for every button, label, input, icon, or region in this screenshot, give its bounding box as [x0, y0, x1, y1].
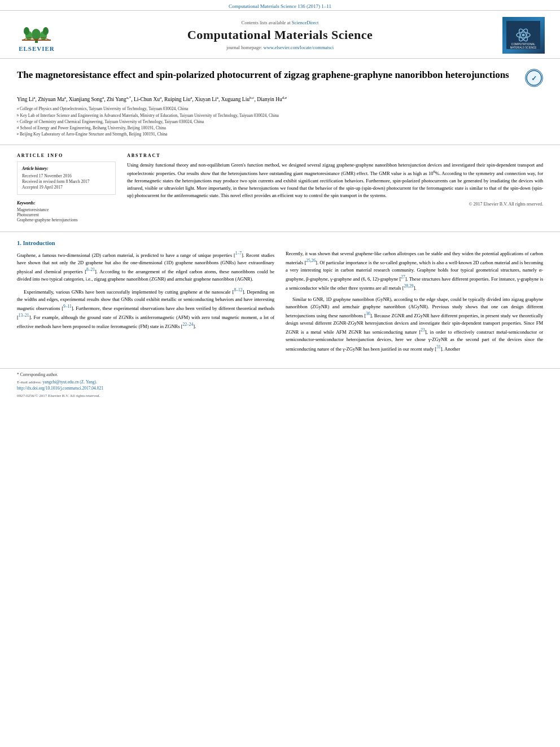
sciencedirect-anchor[interactable]: ScienceDirect [292, 20, 319, 25]
intro-col-2: Recently, it was shown that several grap… [286, 250, 543, 357]
abstract-column: ABSTRACT Using density functional theory… [127, 153, 543, 222]
ref-28-29[interactable]: 28,29 [404, 283, 414, 289]
accepted-date: Accepted 19 April 2017 [22, 185, 111, 190]
article-history-title: Article history: [22, 166, 111, 171]
page-wrapper: Computational Materials Science 136 (201… [0, 0, 560, 747]
ref-8-21[interactable]: 8–21 [86, 267, 95, 272]
affil-b: b Key Lab of Interface Science and Engin… [17, 112, 543, 119]
article-title: The magnetoresistance effect and spin-po… [17, 69, 519, 81]
svg-text:MATERIALS SCIENCE: MATERIALS SCIENCE [510, 46, 536, 49]
header-section: ELSEVIER Contents lists available at Sci… [0, 10, 560, 59]
intro-para-2: Experimentally, various GNRs have been s… [17, 287, 274, 330]
journal-title: Computational Materials Science [68, 28, 492, 42]
ref-30[interactable]: 30 [366, 311, 370, 316]
article-info-header: ARTICLE INFO [17, 153, 116, 158]
keyword-3: Graphene-graphyne heterojunctions [17, 217, 116, 222]
keyword-1: Magnetoresistance [17, 207, 116, 212]
svg-text:COMPUTATIONAL: COMPUTATIONAL [511, 42, 536, 46]
ref-8-12[interactable]: 8–12 [234, 287, 242, 292]
main-content: 1. Introduction Graphene, a famous two-d… [0, 235, 560, 368]
author-email[interactable]: yangzhi@tyut.edu.cn (Z. Yang). [43, 379, 97, 385]
keyword-2: Photocurrent [17, 212, 116, 217]
svg-rect-6 [22, 40, 51, 41]
intro-col-1: Graphene, a famous two-dimensional (2D) … [17, 250, 274, 357]
intro-para-4: Similar to GNR, 1D graphyne nanoribbon (… [286, 296, 543, 353]
introduction-columns: Graphene, a famous two-dimensional (2D) … [17, 250, 543, 357]
ref-22-24[interactable]: 22–24 [182, 322, 193, 327]
authors-section: Ying Lia, Zhiyuan Maa, Xianjiang Songa, … [0, 93, 560, 141]
abstract-text: Using density functional theory and non-… [127, 161, 543, 200]
affil-d: d School of Energy and Power Engineering… [17, 125, 543, 131]
intro-para-1: Graphene, a famous two-dimensional (2D) … [17, 250, 274, 283]
abstract-copyright: © 2017 Elsevier B.V. All rights reserved… [127, 202, 543, 207]
affiliations: a College of Physics and Optoelectronics… [17, 106, 543, 137]
article-history-box: Article history: Received 17 November 20… [17, 161, 116, 195]
journal-reference: Computational Materials Science 136 (201… [229, 3, 331, 9]
author-names: Ying Lia, Zhiyuan Maa, Xianjiang Songa, … [17, 95, 543, 104]
article-columns: ARTICLE INFO Article history: Received 1… [0, 148, 560, 228]
svg-point-1 [32, 29, 41, 40]
affil-e: e Beijing Key Laboratory of Aero-Engine … [17, 131, 543, 137]
elsevier-tree-icon [21, 19, 52, 44]
abstract-header: ABSTRACT [127, 153, 543, 158]
crossmark-badge: ✓ [525, 69, 543, 87]
svg-point-11 [522, 34, 525, 37]
doi-link[interactable]: http://dx.doi.org/10.1016/j.commatsci.20… [17, 386, 103, 391]
svg-text:✓: ✓ [531, 75, 537, 82]
header-center: Contents lists available at ScienceDirec… [68, 20, 492, 50]
ref-31[interactable]: 31 [436, 344, 441, 350]
cms-logo-icon: COMPUTATIONAL MATERIALS SCIENCE [506, 21, 540, 49]
keywords-title: Keywords: [17, 200, 116, 206]
section-divider-2 [0, 231, 560, 232]
ref-13-21[interactable]: 13–21 [19, 313, 29, 318]
elsevier-logo-area: ELSEVIER [11, 15, 62, 55]
section-divider-1 [0, 145, 560, 145]
revised-date: Received in revised form 8 March 2017 [22, 179, 111, 184]
journal-top-bar: Computational Materials Science 136 (201… [0, 0, 560, 10]
cms-logo-box: COMPUTATIONAL MATERIALS SCIENCE [502, 17, 545, 54]
affil-c: c College of Chemistry and Chemical Engi… [17, 119, 543, 125]
svg-point-5 [43, 27, 49, 35]
received-date: Received 17 November 2016 [22, 173, 111, 178]
homepage-link[interactable]: www.elsevier.com/locate/commatsci [264, 45, 334, 50]
ref-9-11[interactable]: 9–11 [63, 304, 72, 309]
elsevier-brand: ELSEVIER [19, 45, 55, 52]
affil-a: a College of Physics and Optoelectronics… [17, 106, 543, 112]
crossmark-icon: ✓ [525, 69, 543, 87]
footer-section: * Corresponding author. E-mail address: … [0, 368, 560, 400]
ref-23[interactable]: 23 [421, 327, 425, 333]
issn-copyright: 0927-0256/© 2017 Elsevier B.V. All right… [17, 394, 543, 398]
doi-line: http://dx.doi.org/10.1016/j.commatsci.20… [17, 385, 543, 392]
journal-homepage: journal homepage: www.elsevier.com/locat… [68, 45, 492, 50]
cms-logo-area: COMPUTATIONAL MATERIALS SCIENCE [498, 15, 549, 55]
ref-1-7[interactable]: 1–7 [235, 251, 242, 256]
article-info-column: ARTICLE INFO Article history: Received 1… [17, 153, 116, 222]
intro-para-3: Recently, it was shown that several grap… [286, 250, 543, 292]
article-title-section: The magnetoresistance effect and spin-po… [0, 59, 560, 93]
ref-27[interactable]: 27 [401, 274, 405, 279]
elsevier-logo: ELSEVIER [19, 19, 55, 52]
keywords-box: Keywords: Magnetoresistance Photocurrent… [17, 200, 116, 222]
svg-point-4 [24, 27, 29, 35]
email-note: E-mail address: yangzhi@tyut.edu.cn (Z. … [17, 379, 543, 386]
corresponding-note: * Corresponding author. [17, 372, 543, 377]
introduction-title: 1. Introduction [17, 240, 543, 246]
sciencedirect-link: Contents lists available at ScienceDirec… [68, 20, 492, 25]
ref-25-26[interactable]: 25,26 [306, 258, 316, 263]
